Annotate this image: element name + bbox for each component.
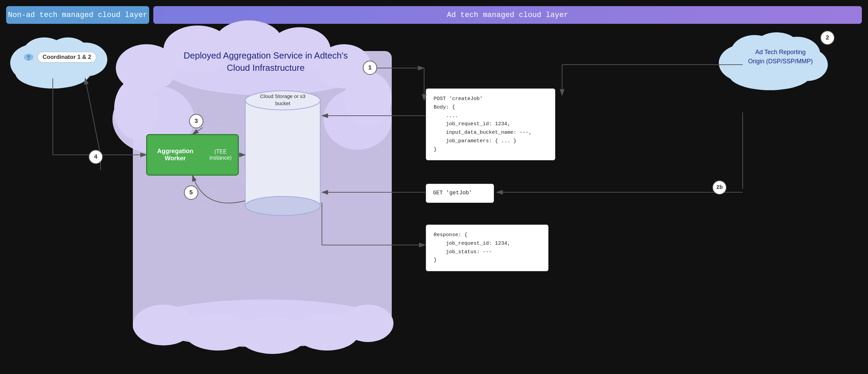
coordinator-icon — [23, 52, 34, 62]
svg-point-19 — [12, 41, 94, 85]
get-job-box: GET 'getJob' — [426, 184, 494, 203]
response-box: Response: { job_request_id: 1234, job_st… — [426, 225, 548, 271]
post-create-job-box: POST 'createJob' Body: { .... job_reques… — [426, 88, 555, 160]
svg-point-34 — [245, 196, 320, 215]
avro-box: AVRO — [245, 123, 312, 154]
svg-point-20 — [10, 44, 58, 82]
cloud-storage-label: Cloud Storage or s3bucket — [255, 93, 310, 107]
svg-point-52 — [27, 55, 30, 58]
final-summary-box: Final Summary Report — [245, 167, 320, 194]
step1-circle: 1 — [363, 61, 377, 75]
svg-point-18 — [342, 305, 393, 342]
step5-circle: 5 — [184, 185, 198, 200]
svg-point-17 — [295, 313, 359, 351]
non-ad-header: Non-ad tech managed cloud layer — [6, 6, 149, 24]
ad-header: Ad tech managed cloud layer — [153, 6, 862, 24]
step2-circle: 2 — [820, 31, 835, 45]
step3-circle: 3 — [189, 114, 203, 128]
svg-point-12 — [344, 71, 392, 126]
svg-point-13 — [114, 78, 158, 140]
main-diagram-title: Deployed Aggregation Service in Adtech's… — [146, 49, 385, 74]
svg-point-15 — [184, 313, 252, 351]
step5-label: Submittingfinal summaryreport — [198, 187, 232, 210]
svg-point-14 — [133, 305, 194, 345]
svg-line-44 — [85, 78, 100, 155]
adtech-reporting-label: Ad Tech ReportingOrigin (DSP/SSP/MMP) — [738, 48, 823, 66]
coordinator-label: Coordinator 1 & 2 — [37, 52, 96, 63]
aggregation-worker-box: Aggregation Worker(TEE instance) — [146, 134, 238, 175]
svg-line-42 — [192, 128, 203, 134]
svg-point-5 — [324, 88, 392, 150]
svg-point-2 — [143, 299, 388, 347]
svg-point-16 — [238, 316, 307, 354]
coordinator-section: Coordinator 1 & 2 — [23, 52, 96, 63]
step2b-circle: 2b — [712, 180, 727, 195]
step4-circle: 4 — [89, 150, 103, 164]
